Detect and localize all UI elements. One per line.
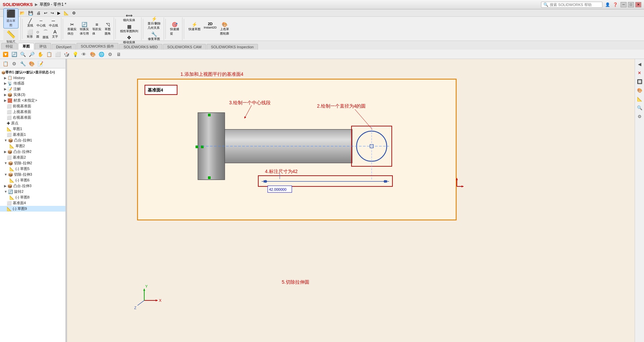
tree-item-cut2[interactable]: ▼ 📦 切除-拉伸2 (0, 160, 65, 166)
instant2d-button[interactable]: 2D Instant2D (203, 21, 218, 36)
circle-button[interactable]: ○ 圆 (35, 29, 40, 40)
midpoint-line-button[interactable]: ─ 中点线 (48, 18, 59, 28)
exit-sketch-button[interactable]: ⬛ 退出草图 (3, 8, 18, 28)
tree-item-material[interactable]: ▶ 🧱 材质 <未指定> (0, 98, 65, 103)
close-panel-btn[interactable]: ✕ (636, 69, 643, 76)
tab-features[interactable]: 特征 (1, 43, 17, 50)
measure-btn[interactable]: 📐 (63, 10, 70, 16)
tree-item-origin[interactable]: ✚ 原点 (0, 120, 65, 126)
section-view-button[interactable]: 📋 (45, 51, 53, 58)
minimize-button[interactable]: ─ (621, 2, 627, 7)
repair-sketch-button[interactable]: 🔧 修复草图 (147, 31, 161, 42)
search-bar[interactable]: 🔍 (541, 2, 602, 8)
custom-manager-tab[interactable]: 📝 (36, 60, 44, 67)
tree-item-right-plane[interactable]: ⬜ 右视基准面 (0, 115, 65, 120)
tab-sw-cam[interactable]: SOLIDWORKS CAM (163, 44, 206, 50)
tree-item-sketch9[interactable]: 📐 (-) 草图9 (0, 206, 65, 212)
convert-button[interactable]: 🔄 转换实体引用 (79, 21, 90, 36)
tree-item-annotations[interactable]: ▶ 📝 注解 (0, 86, 65, 92)
appear-manager-tab[interactable]: 🎨 (28, 60, 36, 67)
arc-button[interactable]: ⌒ 圆弧 (42, 29, 50, 40)
tree-item-revolve2[interactable]: ▼ 🔄 旋转2 (0, 189, 65, 194)
pan-button[interactable]: ✋ (36, 51, 44, 58)
filter-button[interactable]: 🔽 (1, 51, 9, 58)
undo-btn[interactable]: ↩ (43, 10, 48, 16)
centerline-button[interactable]: ┄ 中心线 (36, 18, 47, 28)
zoom-to-fit-button[interactable]: 🔍 (19, 51, 27, 58)
tree-item-boss2[interactable]: ▶ 📦 凸台-拉伸2 (0, 149, 65, 155)
tree-item-sketch5[interactable]: 📐 (-) 草图5 (0, 166, 65, 172)
offset-button[interactable]: ≡ 等距实体 (91, 21, 102, 36)
redo-btn[interactable]: ↪ (50, 10, 55, 16)
rotate-view-button[interactable]: 🔄 (10, 51, 18, 58)
tree-header[interactable]: 📦 零件1 (默认<<默认>显示状态-1>) (0, 70, 65, 75)
cut2-toggle[interactable]: ▼ (4, 161, 7, 165)
mirror-button[interactable]: ⟺ 镜向实体 (122, 12, 136, 23)
trim-button[interactable]: ✂ 剪裁实体(t) (66, 21, 77, 36)
tree-item-sketch6[interactable]: 📐 (-) 草图6 (0, 177, 65, 183)
window-controls[interactable]: ─ □ ✕ (621, 2, 641, 7)
save-btn[interactable]: 💾 (27, 10, 34, 16)
property-manager-tab[interactable]: ⚙ (10, 60, 18, 67)
linear-pattern-button[interactable]: ▦ 线性草图阵列 (119, 23, 139, 34)
history-toggle[interactable]: ▶ (4, 76, 7, 80)
boss1-toggle[interactable]: ▼ (4, 138, 7, 142)
right-tool4-btn[interactable]: 🔍 (636, 104, 643, 111)
solids-toggle[interactable]: ▶ (4, 93, 7, 97)
hide-show-button[interactable]: 👁 (80, 51, 88, 58)
tree-item-sensors[interactable]: ▶ 📡 传感器 (0, 80, 65, 86)
close-button[interactable]: ✕ (635, 2, 641, 7)
tree-item-front-plane[interactable]: ⬜ 前视基准面 (0, 103, 65, 109)
tab-sw-mbd[interactable]: SOLIDWORKS MBD (119, 44, 162, 50)
expand-panel-btn[interactable]: ◀ (636, 60, 643, 68)
options-btn[interactable]: ⚙ (71, 10, 77, 16)
boss3-toggle[interactable]: ▶ (4, 184, 7, 188)
tree-item-solids[interactable]: ▶ 📦 实体(3) (0, 92, 65, 98)
search-input[interactable] (550, 3, 600, 7)
right-tool3-btn[interactable]: 📐 (636, 95, 643, 103)
config-manager-tab[interactable]: 🔧 (19, 60, 27, 67)
tree-item-sketch1[interactable]: 📐 草图1 (0, 126, 65, 132)
shading-button[interactable]: 💡 (71, 51, 79, 58)
tab-sw-inspection[interactable]: SOLIDWORKS Inspection (207, 44, 258, 50)
view-settings-button[interactable]: ⚙ (106, 51, 114, 58)
tree-item-boss1[interactable]: ▼ 📦 凸台-拉伸1 (0, 137, 65, 143)
maximize-button[interactable]: □ (628, 2, 634, 7)
tree-item-cut3[interactable]: ▼ 📦 切除-拉伸3 (0, 172, 65, 177)
tree-item-sketch8[interactable]: 📐 (-) 草图8 (0, 194, 65, 200)
rebuild-btn[interactable]: ▶ (56, 10, 61, 16)
tab-evaluate[interactable]: 评估 (35, 43, 51, 50)
rectangle-button[interactable]: ⬜ 矩形 (26, 29, 34, 40)
feature-manager-tab[interactable]: 📋 (1, 60, 9, 67)
print-btn[interactable]: 🖨 (36, 10, 42, 16)
tree-item-boss3[interactable]: ▶ 📦 凸台-拉伸3 (0, 183, 65, 189)
line-button[interactable]: ╱ 直线 (26, 18, 34, 28)
tab-sw-plugins[interactable]: SOLIDWORKS 插件 (76, 43, 119, 50)
tree-item-sketch2[interactable]: 📐 草图2 (0, 143, 65, 149)
tree-item-plane1[interactable]: ⬜ 基准面1 (0, 132, 65, 137)
text-button[interactable]: A 文字 (51, 29, 59, 40)
scene-button[interactable]: 🌐 (97, 51, 105, 58)
show-relations-button[interactable]: ⚡ 显示/删除几何关系 (147, 16, 162, 31)
move-button[interactable]: ✥ 移动实体 (122, 35, 136, 45)
tree-item-top-plane[interactable]: ⬜ 上视基准面 (0, 109, 65, 115)
right-tool1-btn[interactable]: 🔲 (636, 78, 643, 85)
tree-item-history[interactable]: ▶ 📋 History (0, 75, 65, 80)
appearance-button[interactable]: 🎨 (89, 51, 97, 58)
sensors-toggle[interactable]: ▶ (4, 81, 7, 85)
boss2-toggle[interactable]: ▶ (4, 150, 7, 154)
cut3-toggle[interactable]: ▼ (4, 173, 7, 176)
annotations-toggle[interactable]: ▶ (4, 87, 7, 91)
tree-item-plane2[interactable]: ⬜ 基准面2 (0, 155, 65, 160)
quick-snap-button[interactable]: 🎯 快速捕捉 (169, 21, 180, 36)
tab-dimxpert[interactable]: DimXpert (52, 44, 76, 50)
colored-outline-button[interactable]: 🎨 上色草图轮廓 (219, 21, 230, 36)
drawing-viewport[interactable]: 基准面4 (67, 59, 635, 342)
quick-sketch-button[interactable]: ⚡ 快速草图 (187, 21, 202, 36)
display-style-button[interactable]: 🎲 (62, 51, 70, 58)
monitor-button[interactable]: 🖥 (115, 51, 123, 58)
tree-item-plane4[interactable]: ⬜ 基准面4 (0, 200, 65, 206)
revolve2-toggle[interactable]: ▼ (4, 190, 7, 193)
view-selector-button[interactable]: ⬜ (54, 51, 62, 58)
right-tool2-btn[interactable]: 🎨 (636, 87, 643, 94)
